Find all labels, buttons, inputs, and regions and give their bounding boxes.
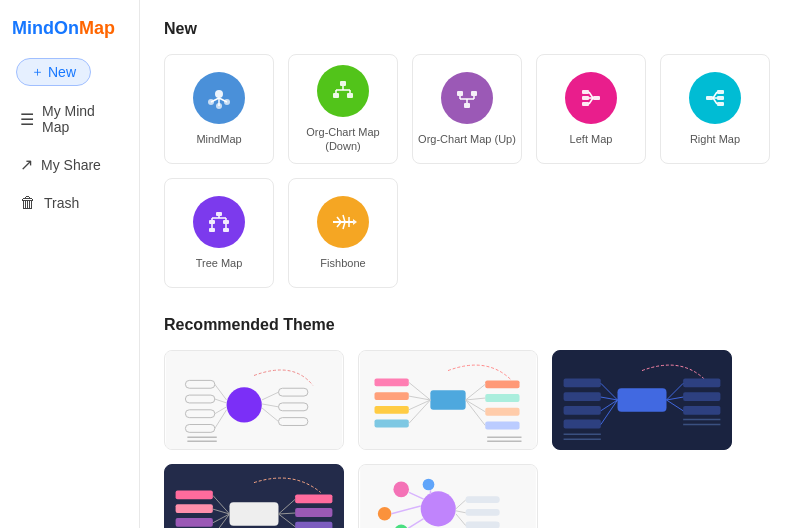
template-card-mindmap[interactable]: MindMap <box>164 54 274 164</box>
svg-rect-79 <box>485 394 519 402</box>
svg-line-25 <box>589 92 593 98</box>
svg-rect-35 <box>216 212 222 216</box>
theme-card-5[interactable] <box>358 464 538 528</box>
svg-rect-113 <box>230 502 279 526</box>
mindmap-icon <box>205 84 233 112</box>
logo-on: On <box>54 18 79 38</box>
org-chart-up-icon <box>453 84 481 112</box>
sidebar-item-new[interactable]: ＋ New <box>16 58 91 86</box>
svg-rect-8 <box>333 93 339 98</box>
svg-point-0 <box>215 90 223 98</box>
fishbone-icon <box>329 208 357 236</box>
svg-rect-96 <box>564 406 601 415</box>
theme-preview-5 <box>359 465 537 528</box>
template-card-right-map[interactable]: Right Map <box>660 54 770 164</box>
sidebar-my-mind-map-label: My Mind Map <box>42 103 119 135</box>
share-icon: ↗ <box>20 155 33 174</box>
plus-icon: ＋ <box>31 63 44 81</box>
svg-rect-38 <box>223 220 229 224</box>
svg-rect-143 <box>466 509 500 516</box>
svg-rect-21 <box>593 96 600 100</box>
svg-rect-95 <box>564 392 601 401</box>
sidebar-item-trash[interactable]: 🗑 Trash <box>6 185 133 221</box>
org-chart-down-label: Org-Chart Map (Down) <box>289 125 397 154</box>
svg-rect-9 <box>347 93 353 98</box>
svg-marker-53 <box>353 219 357 225</box>
theme-card-3[interactable] <box>552 350 732 450</box>
recommended-section-title: Recommended Theme <box>164 316 776 334</box>
svg-rect-7 <box>340 81 346 86</box>
svg-rect-29 <box>717 90 724 94</box>
svg-rect-114 <box>176 490 213 499</box>
svg-point-134 <box>393 482 409 498</box>
sidebar: MindOnMap ＋ New ☰ My Mind Map ↗ My Share… <box>0 0 140 528</box>
svg-rect-116 <box>176 518 213 527</box>
svg-rect-120 <box>295 522 332 528</box>
sidebar-new-label: New <box>48 64 76 80</box>
tree-map-icon-circle <box>193 196 245 248</box>
svg-point-137 <box>423 479 435 491</box>
svg-rect-99 <box>683 392 720 401</box>
theme-grid <box>164 350 776 528</box>
mindmap-label: MindMap <box>196 132 241 146</box>
template-card-org-chart-up[interactable]: Org-Chart Map (Up) <box>412 54 522 164</box>
svg-line-51 <box>343 222 345 229</box>
main-content: New MindMap <box>140 0 800 528</box>
svg-rect-93 <box>618 388 667 412</box>
svg-rect-94 <box>564 378 601 387</box>
svg-rect-15 <box>457 91 463 96</box>
svg-rect-30 <box>717 96 724 100</box>
logo-map: Map <box>79 18 115 38</box>
svg-point-55 <box>227 387 262 422</box>
svg-rect-16 <box>471 91 477 96</box>
svg-line-48 <box>343 215 345 222</box>
svg-rect-74 <box>375 392 409 400</box>
template-card-org-chart-down[interactable]: Org-Chart Map (Down) <box>288 54 398 164</box>
svg-line-27 <box>589 98 593 104</box>
list-icon: ☰ <box>20 110 34 129</box>
svg-rect-28 <box>706 96 713 100</box>
sidebar-item-my-share[interactable]: ↗ My Share <box>6 146 133 183</box>
sidebar-my-share-label: My Share <box>41 157 101 173</box>
theme-preview-2 <box>359 351 537 449</box>
svg-rect-75 <box>375 406 409 414</box>
svg-rect-144 <box>466 522 500 528</box>
right-map-label: Right Map <box>690 132 740 146</box>
mindmap-icon-circle <box>193 72 245 124</box>
svg-rect-24 <box>582 102 589 106</box>
org-chart-up-label: Org-Chart Map (Up) <box>418 132 516 146</box>
svg-line-32 <box>713 92 717 98</box>
svg-rect-76 <box>375 420 409 428</box>
svg-point-133 <box>421 491 456 526</box>
template-card-fishbone[interactable]: Fishbone <box>288 178 398 288</box>
logo-mind: Mind <box>12 18 54 38</box>
svg-rect-36 <box>209 220 215 224</box>
svg-rect-100 <box>683 406 720 415</box>
tree-map-icon <box>205 208 233 236</box>
sidebar-item-my-mind-map[interactable]: ☰ My Mind Map <box>6 94 133 144</box>
svg-rect-73 <box>375 378 409 386</box>
svg-rect-98 <box>683 378 720 387</box>
svg-rect-77 <box>430 390 465 410</box>
svg-rect-119 <box>295 508 332 517</box>
org-chart-down-icon-circle <box>317 65 369 117</box>
svg-rect-97 <box>564 420 601 429</box>
trash-icon: 🗑 <box>20 194 36 212</box>
theme-preview-4 <box>165 465 343 528</box>
tree-map-label: Tree Map <box>196 256 243 270</box>
template-card-left-map[interactable]: Left Map <box>536 54 646 164</box>
right-map-icon <box>701 84 729 112</box>
sidebar-trash-label: Trash <box>44 195 79 211</box>
org-chart-down-icon <box>329 77 357 105</box>
left-map-icon-circle <box>565 72 617 124</box>
svg-rect-118 <box>295 494 332 503</box>
theme-card-2[interactable] <box>358 350 538 450</box>
svg-rect-115 <box>176 504 213 513</box>
new-section-title: New <box>164 20 776 38</box>
theme-preview-1 <box>165 351 343 449</box>
fishbone-icon-circle <box>317 196 369 248</box>
left-map-icon <box>577 84 605 112</box>
theme-card-1[interactable] <box>164 350 344 450</box>
theme-card-4[interactable] <box>164 464 344 528</box>
template-card-tree-map[interactable]: Tree Map <box>164 178 274 288</box>
